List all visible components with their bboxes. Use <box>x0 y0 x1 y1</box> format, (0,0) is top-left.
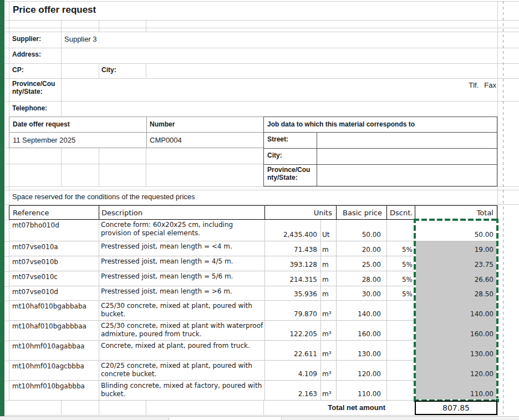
cell-quantity[interactable]: 22.611 <box>264 341 320 360</box>
cell-total[interactable]: 19.00 <box>415 241 497 256</box>
cell-reference[interactable]: mt10hmf010bgabbba <box>9 381 99 400</box>
cell-unit[interactable]: m³ <box>320 361 336 380</box>
cell-basic-price[interactable]: 30.00 <box>336 286 386 300</box>
table-row[interactable]: mt10hmf010agcbbba C20/25 concrete, mixed… <box>9 361 497 381</box>
street-label: Street: <box>267 135 288 143</box>
table-row[interactable]: mt07vse010a Prestressed joist, mean leng… <box>9 241 497 256</box>
table-row[interactable]: mt07vse010d Prestressed joist, mean leng… <box>9 286 497 301</box>
cell-quantity[interactable]: 214.315 <box>264 271 320 286</box>
gridline <box>4 220 9 220</box>
gridline <box>4 101 519 102</box>
cell-quantity[interactable]: 35.936 <box>264 286 320 300</box>
cell-unit[interactable]: m <box>320 241 336 256</box>
cell-description[interactable]: Prestressed joist, mean length = >6 m. <box>99 286 264 300</box>
cell-reference[interactable]: mt07vse010d <box>9 286 99 300</box>
table-row[interactable]: mt10haf010bgabbbaa C25/30 concrete, mixe… <box>9 321 497 341</box>
cell-discount[interactable] <box>386 341 415 360</box>
cell-total[interactable]: 26.60 <box>415 271 497 286</box>
gridline <box>320 220 321 401</box>
cell-discount[interactable]: 5% <box>386 241 415 256</box>
table-row[interactable]: mt10hmf010agabbaa Concrete, mixed at pla… <box>9 341 497 361</box>
cell-discount[interactable]: 5% <box>386 256 415 271</box>
cell-unit[interactable]: m <box>320 286 336 300</box>
cell-reference[interactable]: mt10haf010bgabbaba <box>9 301 99 320</box>
cell-total[interactable]: 23.75 <box>415 256 497 271</box>
cell-quantity[interactable]: 71.438 <box>264 241 320 256</box>
cell-total[interactable]: 50.00 <box>415 220 497 241</box>
supplier-value[interactable]: Supplier 3 <box>64 35 97 43</box>
gridline <box>4 48 519 48</box>
cell-basic-price[interactable]: 120.00 <box>336 361 386 380</box>
cell-unit[interactable]: Ut <box>320 220 336 241</box>
cell-description[interactable]: C25/30 concrete, mixed at plant with wat… <box>99 321 264 340</box>
cell-description[interactable]: Prestressed joist, mean length = 4/5 m. <box>99 256 264 271</box>
cell-total[interactable]: 120.00 <box>415 361 497 380</box>
gridline <box>336 220 337 401</box>
cell-total[interactable]: 130.00 <box>415 341 497 360</box>
date-offer-request-value[interactable]: 11 September 2025 <box>13 136 75 144</box>
cell-reference[interactable]: mt07vse010a <box>9 241 99 256</box>
cell-basic-price[interactable]: 20.00 <box>336 241 386 256</box>
cell-description[interactable]: Prestressed joist, mean length = <4 m. <box>99 241 264 256</box>
cell-description[interactable]: Blinding concrete, mixed at factory, pou… <box>99 381 264 400</box>
cell-quantity[interactable]: 2.163 <box>264 381 320 400</box>
cell-reference[interactable]: mt10hmf010agcbbba <box>9 361 99 380</box>
cell-quantity[interactable]: 4.109 <box>264 361 320 380</box>
cell-reference[interactable]: mt07bho010d <box>9 220 99 241</box>
cell-unit[interactable]: m³ <box>320 301 336 320</box>
sheet-tab-strip <box>0 416 519 420</box>
job-data-section: Job data to which this material correspo… <box>263 117 497 186</box>
number-value[interactable]: CMP0004 <box>150 136 182 144</box>
cell-quantity[interactable]: 122.205 <box>264 321 320 340</box>
cell-description[interactable]: Prestressed joist, mean length = 5/6 m. <box>99 271 264 286</box>
cell-description[interactable]: Concrete, mixed at plant, poured from tr… <box>99 341 264 360</box>
header-discount: Dscnt. <box>386 206 415 219</box>
cell-basic-price[interactable]: 25.00 <box>336 256 386 271</box>
gridline <box>386 220 387 401</box>
left-margin-strip <box>0 0 4 416</box>
gridline <box>497 1 498 416</box>
cell-basic-price[interactable]: 50.00 <box>336 220 386 241</box>
cell-unit[interactable]: m³ <box>320 381 336 400</box>
total-net-amount-value[interactable]: 807.85 <box>415 401 497 415</box>
table-header-row: Reference Description Units Basic price … <box>9 205 497 220</box>
table-row[interactable]: mt10haf010bgabbaba C25/30 concrete, mixe… <box>9 301 497 321</box>
gridline <box>4 256 9 257</box>
cell-discount[interactable] <box>386 321 415 340</box>
cell-basic-price[interactable]: 130.00 <box>336 341 386 360</box>
cell-description[interactable]: C20/25 concrete, mixed at plant, poured … <box>99 361 264 380</box>
cell-basic-price[interactable]: 110.00 <box>336 381 386 400</box>
cell-basic-price[interactable]: 28.00 <box>336 271 386 286</box>
gridline <box>4 241 9 242</box>
cell-reference[interactable]: mt07vse010b <box>9 256 99 271</box>
cell-quantity[interactable]: 2,435.400 <box>264 220 320 241</box>
cell-description[interactable]: C25/30 concrete, mixed at plant, poured … <box>99 301 264 320</box>
cell-reference[interactable]: mt10haf010bgabbbaa <box>9 321 99 340</box>
cell-discount[interactable] <box>386 361 415 380</box>
cell-discount[interactable]: 5% <box>386 271 415 286</box>
cell-reference[interactable]: mt10hmf010agabbaa <box>9 341 99 360</box>
table-row[interactable]: mt07bho010d Concrete form: 60x20x25 cm, … <box>9 220 497 241</box>
cell-unit[interactable]: m³ <box>320 321 336 340</box>
cell-unit[interactable]: m³ <box>320 341 336 360</box>
table-row[interactable]: mt07vse010c Prestressed joist, mean leng… <box>9 271 497 286</box>
table-row[interactable]: mt10hmf010bgabbba Blinding concrete, mix… <box>9 381 497 401</box>
cell-discount[interactable] <box>386 301 415 320</box>
cell-basic-price[interactable]: 140.00 <box>336 301 386 320</box>
table-row[interactable]: mt07vse010b Prestressed joist, mean leng… <box>9 256 497 271</box>
cell-discount[interactable]: 5% <box>386 286 415 300</box>
cell-discount[interactable] <box>386 381 415 400</box>
cell-total[interactable]: 110.00 <box>415 381 497 400</box>
cell-reference[interactable]: mt07vse010c <box>9 271 99 286</box>
cell-total[interactable]: 28.50 <box>415 286 497 300</box>
cell-basic-price[interactable]: 160.00 <box>336 321 386 340</box>
cell-unit[interactable]: m <box>320 271 336 286</box>
cell-quantity[interactable]: 79.870 <box>264 301 320 320</box>
cell-description[interactable]: Concrete form: 60x20x25 cm, including pr… <box>99 220 264 241</box>
cell-quantity[interactable]: 393.128 <box>264 256 320 271</box>
cell-unit[interactable]: m <box>320 256 336 271</box>
cell-discount[interactable] <box>386 220 415 241</box>
cell-total[interactable]: 140.00 <box>415 301 497 320</box>
cell-total[interactable]: 160.00 <box>415 321 497 340</box>
active-sheet-tab[interactable] <box>169 417 282 420</box>
